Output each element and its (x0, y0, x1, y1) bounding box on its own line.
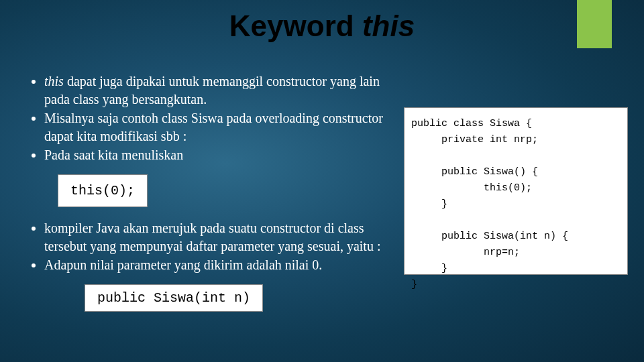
slide-title: Keyword this (0, 9, 644, 43)
bullet-1: this dapat juga dipakai untuk memanggil … (44, 72, 405, 109)
code-class-siswa: public class Siswa { private int nrp; pu… (404, 107, 628, 275)
bullet-3: Pada saat kita menuliskan (44, 146, 405, 164)
bullet-2: Misalnya saja contoh class Siswa pada ov… (44, 109, 405, 145)
title-word: Keyword (229, 9, 354, 42)
content-area: this dapat juga dipakai untuk memanggil … (30, 72, 405, 312)
bullet-4: kompiler Java akan merujuk pada suatu co… (44, 219, 405, 255)
code-snippet-this-call: this(0); (58, 174, 148, 207)
bullet-1-text: dapat juga dipakai untuk memanggil const… (44, 74, 380, 107)
code-snippet-constructor: public Siswa(int n) (85, 284, 263, 312)
bullet-1-kw: this (44, 74, 64, 88)
title-keyword: this (362, 9, 415, 42)
bullet-5: Adapun nilai parameter yang dikirim adal… (44, 256, 405, 274)
